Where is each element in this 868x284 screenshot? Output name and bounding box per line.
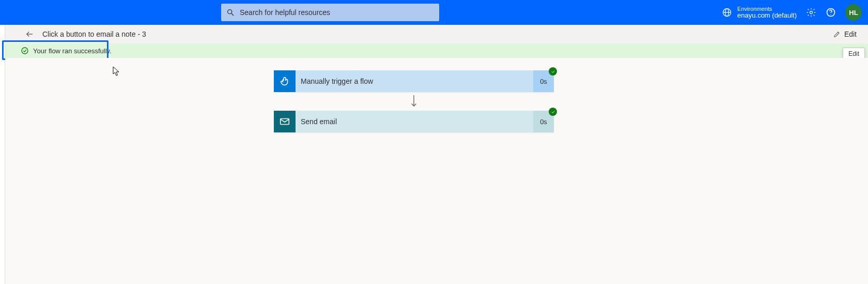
svg-point-9: [22, 48, 28, 54]
environment-text: Environments enayu.com (default): [737, 6, 797, 19]
flow-step-send-email[interactable]: Send email 0s: [274, 111, 554, 132]
flow-canvas: Manually trigger a flow 0s Send email 0s: [5, 58, 868, 284]
touch-icon: [279, 76, 290, 87]
environment-name: enayu.com (default): [737, 12, 797, 19]
flow-diagram: Manually trigger a flow 0s Send email 0s: [274, 70, 554, 132]
banner-content: Your flow ran successfully.: [5, 43, 112, 58]
step-icon-box: [274, 111, 296, 132]
svg-point-0: [228, 10, 232, 14]
svg-point-5: [810, 11, 813, 14]
success-banner: Your flow ran successfully.: [5, 43, 868, 58]
check-circle-icon: [21, 47, 29, 55]
arrow-down-icon: [409, 92, 419, 111]
step-title: Send email: [296, 111, 533, 132]
top-bar: Environments enayu.com (default) HL: [0, 0, 868, 25]
edit-button[interactable]: Edit: [830, 28, 860, 40]
avatar[interactable]: HL: [845, 4, 862, 21]
success-badge: [549, 108, 557, 116]
edit-button-label: Edit: [844, 30, 857, 38]
step-title: Manually trigger a flow: [296, 70, 533, 92]
step-icon-box: [274, 70, 296, 92]
flow-connector: [274, 92, 554, 111]
back-button[interactable]: [25, 27, 39, 41]
search-input[interactable]: [240, 8, 434, 17]
flow-step-trigger[interactable]: Manually trigger a flow 0s: [274, 70, 554, 92]
top-right-group: Environments enayu.com (default) HL: [722, 0, 862, 25]
left-rail: [0, 25, 5, 284]
svg-point-7: [830, 14, 831, 15]
environments-label: Environments: [737, 6, 797, 12]
help-icon[interactable]: [826, 7, 836, 18]
page-title: Click a button to email a note - 3: [42, 30, 146, 38]
settings-icon[interactable]: [806, 7, 816, 18]
banner-message: Your flow ran successfully.: [33, 47, 112, 55]
search-box[interactable]: [221, 4, 439, 21]
breadcrumb-bar: Click a button to email a note - 3 Edit: [5, 25, 868, 43]
mail-icon: [279, 116, 290, 127]
svg-line-1: [231, 13, 234, 16]
arrow-left-icon: [25, 29, 34, 39]
pencil-icon: [833, 30, 841, 38]
environment-picker[interactable]: Environments enayu.com (default): [722, 6, 797, 19]
success-badge: [549, 67, 557, 76]
check-icon: [551, 110, 555, 114]
search-icon: [226, 8, 235, 17]
check-icon: [551, 69, 555, 74]
globe-icon: [722, 7, 732, 18]
